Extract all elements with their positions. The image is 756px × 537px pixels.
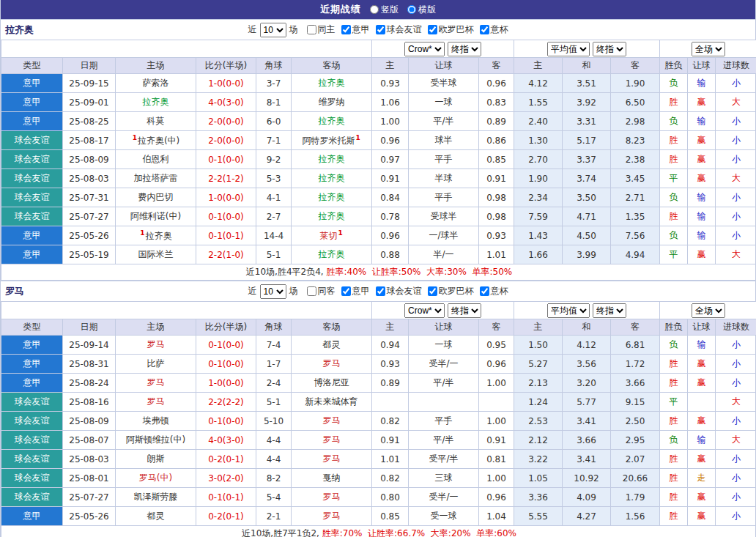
- layout-horizontal-option[interactable]: 横版: [407, 4, 436, 16]
- team-name[interactable]: 罗马: [323, 511, 341, 521]
- team-name[interactable]: 新未来城体育: [305, 396, 358, 407]
- final-odds-select[interactable]: 终指: [448, 303, 481, 318]
- home-team-cell: 加拉塔萨雷: [116, 169, 196, 188]
- team-name[interactable]: 维罗纳: [319, 97, 345, 107]
- team-name[interactable]: 阿维利诺(中): [130, 211, 181, 221]
- team-name[interactable]: 罗马: [323, 358, 341, 369]
- team-name[interactable]: 拉齐奥: [143, 97, 169, 107]
- team-name[interactable]: 科莫: [147, 116, 165, 126]
- team-name[interactable]: 拉齐奥: [319, 173, 345, 183]
- average-select[interactable]: 平均值: [547, 42, 590, 56]
- avg-home-cell: 3.22: [514, 450, 563, 469]
- team-name[interactable]: 罗马(中): [139, 473, 172, 483]
- league-cell: 意甲: [1, 226, 63, 245]
- away-team-cell: 博洛尼亚: [292, 374, 372, 393]
- goals-result-cell: 小: [716, 150, 756, 169]
- team-name[interactable]: 罗马: [323, 415, 341, 426]
- odds-home-cell: 0.97: [372, 150, 409, 169]
- filter-serie-a[interactable]: 意甲: [341, 285, 370, 297]
- filter-coppa-italia[interactable]: 意杯: [480, 285, 508, 297]
- filter-coppa-italia[interactable]: 意杯: [480, 23, 508, 36]
- team-name[interactable]: 拉齐奥: [319, 192, 345, 202]
- corners-cell: 5-1: [256, 393, 292, 412]
- team-name[interactable]: 都灵: [323, 339, 341, 349]
- team-name[interactable]: 拉齐奥: [146, 231, 172, 241]
- team-name[interactable]: 罗马: [323, 434, 341, 445]
- team-name[interactable]: 埃弗顿: [143, 415, 169, 426]
- team-name[interactable]: 罗马: [323, 453, 341, 464]
- recent-count-select[interactable]: 10: [260, 284, 286, 299]
- team-name[interactable]: 博洛尼亚: [314, 377, 349, 388]
- result-cell: 胜: [660, 93, 688, 112]
- team-name[interactable]: 拉齐奥(中): [138, 136, 179, 146]
- team-name[interactable]: 拉齐奥: [319, 249, 345, 259]
- col-away: 客场: [292, 58, 372, 74]
- bookmaker-select[interactable]: Crow*: [404, 42, 445, 56]
- col-handicap-result: 让球: [688, 58, 716, 74]
- team-name[interactable]: 朗斯: [147, 453, 165, 464]
- selectors-row: Crow* 终指 平均值 终指 全场: [1, 40, 756, 58]
- goals-result-cell: 小: [716, 188, 756, 207]
- scope-select[interactable]: 全场: [692, 303, 725, 318]
- team-name[interactable]: 拉齐奥: [319, 154, 345, 164]
- team-name[interactable]: 罗马: [147, 396, 165, 407]
- filter-checkbox-europa-league[interactable]: [428, 25, 437, 34]
- avg-away-cell: 2.98: [611, 112, 660, 131]
- odds-home-cell: 0.78: [372, 207, 409, 226]
- team-name[interactable]: 拉齐奥: [319, 78, 345, 88]
- filter-same-venue[interactable]: 同主: [307, 23, 336, 36]
- team-name[interactable]: 萨索洛: [143, 78, 169, 88]
- scope-select[interactable]: 全场: [692, 42, 725, 56]
- date-cell: 25-08-17: [63, 131, 116, 150]
- team-name[interactable]: 加拉塔萨雷: [134, 173, 178, 183]
- filter-europa-league[interactable]: 欧罗巴杯: [428, 285, 474, 297]
- recent-count-select[interactable]: 10: [260, 23, 286, 37]
- avg-draw-cell: 3.56: [563, 355, 611, 374]
- filter-europa-league[interactable]: 欧罗巴杯: [428, 23, 474, 36]
- team-name[interactable]: 罗马: [147, 377, 165, 388]
- team-name[interactable]: 罗马: [147, 339, 165, 349]
- filter-label: 同客: [318, 285, 336, 297]
- team-name[interactable]: 阿斯顿维拉(中): [126, 434, 185, 445]
- filter-checkbox-coppa-italia[interactable]: [480, 286, 489, 296]
- corners-cell: 2-4: [256, 374, 292, 393]
- team-name[interactable]: 伯恩利: [143, 154, 169, 164]
- filter-checkbox-club-friendly[interactable]: [376, 286, 385, 296]
- team-name[interactable]: 莱切: [319, 231, 337, 241]
- filter-checkbox-same-venue[interactable]: [307, 286, 316, 296]
- filter-checkbox-coppa-italia[interactable]: [480, 25, 489, 34]
- match-row: 球会友谊25-08-07阿斯顿维拉(中)4-0(3-0)4-4罗马0.91平/半…: [1, 431, 756, 450]
- match-row: 球会友谊25-07-27阿维利诺(中)0-1(0-0)2-7拉齐奥0.78受球半…: [1, 207, 756, 226]
- filter-checkbox-serie-a[interactable]: [341, 286, 351, 296]
- column-header-row: 类型 日期 主场 比分(半场) 角球 客场 主 让球 客 主 和 客 胜负 让球…: [1, 319, 756, 336]
- team-name[interactable]: 戛纳: [323, 473, 341, 483]
- team-name[interactable]: 费内巴切: [138, 192, 174, 202]
- team-name[interactable]: 拉齐奥: [319, 211, 345, 221]
- team-name[interactable]: 罗马: [323, 492, 341, 502]
- filter-club-friendly[interactable]: 球会友谊: [376, 23, 422, 36]
- final-odds-select[interactable]: 终指: [593, 42, 626, 56]
- home-team-cell: 1拉齐奥(中): [116, 131, 196, 150]
- team-name[interactable]: 拉齐奥: [319, 116, 345, 126]
- team-name[interactable]: 都灵: [147, 511, 165, 521]
- filter-club-friendly[interactable]: 球会友谊: [376, 285, 422, 297]
- filter-checkbox-europa-league[interactable]: [428, 286, 437, 296]
- filter-checkbox-same-venue[interactable]: [307, 25, 316, 34]
- team-name[interactable]: 比萨: [147, 358, 165, 369]
- filter-checkbox-club-friendly[interactable]: [376, 25, 385, 34]
- team-name[interactable]: 国际米兰: [138, 249, 174, 259]
- bookmaker-select[interactable]: Crow*: [404, 303, 445, 318]
- team-name[interactable]: 凯泽斯劳滕: [134, 492, 178, 502]
- final-odds-select[interactable]: 终指: [593, 303, 626, 318]
- average-select[interactable]: 平均值: [547, 303, 590, 318]
- filter-serie-a[interactable]: 意甲: [341, 23, 370, 36]
- layout-vertical-option[interactable]: 竖版: [370, 4, 399, 16]
- layout-vertical-radio[interactable]: [370, 5, 379, 14]
- filter-same-venue[interactable]: 同客: [307, 285, 336, 297]
- filter-checkbox-serie-a[interactable]: [341, 25, 351, 34]
- team-name[interactable]: 阿特罗米托斯: [302, 136, 355, 146]
- avg-home-cell: 5.27: [514, 355, 563, 374]
- date-cell: 25-07-31: [63, 188, 116, 207]
- final-odds-select[interactable]: 终指: [448, 42, 481, 56]
- layout-horizontal-radio[interactable]: [407, 5, 416, 14]
